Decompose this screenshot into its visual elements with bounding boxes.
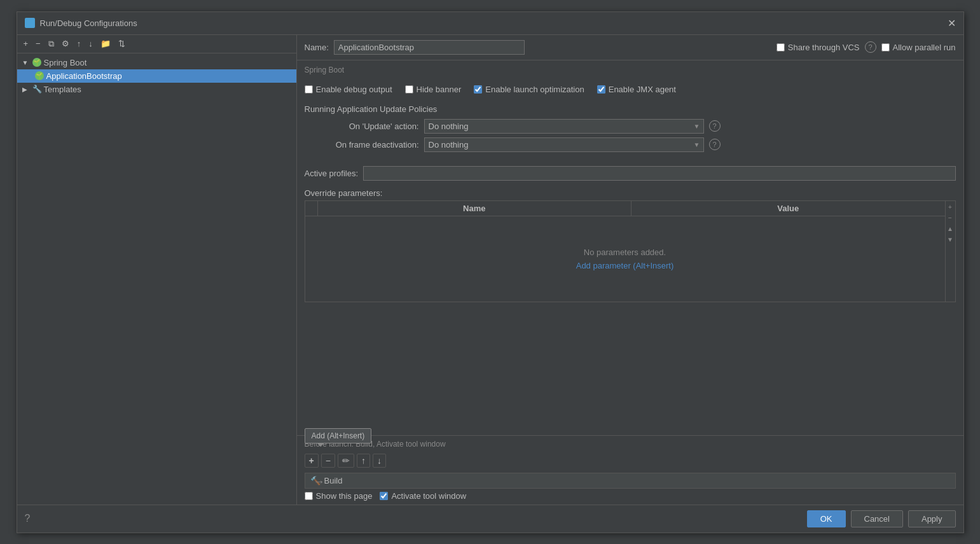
update-action-help-icon[interactable]: ? bbox=[709, 120, 721, 132]
arrow-indicator-icon: → bbox=[314, 475, 325, 489]
left-toolbar: + − ⧉ ⚙ ↑ ↓ 📁 ⇅ bbox=[17, 35, 296, 53]
apply-button[interactable]: Apply bbox=[908, 510, 956, 527]
allow-parallel-checkbox[interactable] bbox=[881, 43, 890, 52]
enable-jmx-label[interactable]: Enable JMX agent bbox=[597, 85, 676, 94]
frame-deactivation-select-wrapper: Do nothing Update classes and resources … bbox=[424, 137, 704, 152]
chevron-right-icon: ▶ bbox=[22, 86, 30, 93]
scroll-remove-btn[interactable]: − bbox=[947, 213, 953, 223]
before-launch-label: Before launch: Build, Activate tool wind… bbox=[305, 440, 956, 449]
build-item: 🔨 Build bbox=[305, 473, 956, 489]
update-action-label: On 'Update' action: bbox=[305, 122, 419, 131]
frame-deactivation-label: On frame deactivation: bbox=[305, 140, 419, 150]
title-bar: Run/Debug Configurations ✕ bbox=[17, 12, 963, 35]
left-panel: + − ⧉ ⚙ ↑ ↓ 📁 ⇅ ▼ 🌱 Spring Boot 🌱 Applic… bbox=[17, 35, 297, 505]
launch-add-button[interactable]: + bbox=[305, 454, 319, 468]
enable-debug-checkbox[interactable] bbox=[305, 85, 313, 94]
ok-button[interactable]: OK bbox=[807, 510, 846, 527]
params-scrollbar: + − ▲ ▼ bbox=[945, 201, 955, 302]
add-param-link[interactable]: Add parameter (Alt+Insert) bbox=[576, 261, 674, 270]
name-input[interactable] bbox=[334, 40, 525, 55]
dialog-icon bbox=[25, 18, 35, 28]
launch-up-button[interactable]: ↑ bbox=[357, 454, 370, 468]
hide-banner-label[interactable]: Hide banner bbox=[405, 85, 462, 94]
share-vcs-checkbox[interactable] bbox=[776, 43, 785, 52]
right-panel: Name: Share through VCS ? Allow parallel… bbox=[297, 35, 963, 505]
frame-deactivation-help-icon[interactable]: ? bbox=[709, 139, 721, 150]
name-label: Name: bbox=[305, 43, 329, 52]
app-bootstrap-item[interactable]: 🌱 ApplicationBootstrap bbox=[17, 69, 296, 83]
spring-boot-checkboxes: Enable debug output Hide banner Enable l… bbox=[305, 82, 956, 97]
right-main: Spring Boot Enable debug output Hide ban… bbox=[297, 60, 963, 435]
scroll-up-btn[interactable]: ▲ bbox=[946, 224, 955, 234]
activate-window-checkbox[interactable] bbox=[380, 492, 388, 500]
close-button[interactable]: ✕ bbox=[948, 17, 956, 29]
show-page-label[interactable]: Show this page bbox=[305, 491, 373, 501]
update-action-select[interactable]: Do nothing Update classes and resources … bbox=[424, 119, 704, 134]
launch-down-button[interactable]: ↓ bbox=[373, 454, 386, 468]
help-button[interactable]: ? bbox=[25, 513, 31, 524]
spring-boot-group[interactable]: ▼ 🌱 Spring Boot bbox=[17, 56, 296, 69]
build-label: Build bbox=[324, 476, 343, 485]
spring-boot-icon: 🌱 bbox=[32, 58, 41, 67]
enable-launch-checkbox[interactable] bbox=[474, 85, 482, 94]
templates-label: Templates bbox=[44, 85, 81, 94]
enable-launch-label[interactable]: Enable launch optimization bbox=[474, 85, 584, 94]
profiles-input[interactable] bbox=[363, 166, 955, 181]
override-title: Override parameters: bbox=[305, 188, 956, 198]
scroll-add-btn[interactable]: + bbox=[947, 202, 953, 212]
bottom-area: Before launch: Build, Activate tool wind… bbox=[297, 435, 963, 505]
no-params-text: No parameters added. bbox=[584, 248, 666, 257]
frame-deactivation-select[interactable]: Do nothing Update classes and resources … bbox=[424, 137, 704, 152]
run-debug-dialog: Run/Debug Configurations ✕ + − ⧉ ⚙ ↑ ↓ 📁… bbox=[17, 11, 964, 533]
params-header: Name Value bbox=[305, 201, 945, 216]
update-action-select-wrapper: Do nothing Update classes and resources … bbox=[424, 119, 704, 134]
spring-boot-label: Spring Boot bbox=[44, 58, 87, 67]
templates-group[interactable]: ▶ 🔧 Templates bbox=[17, 83, 296, 96]
remove-config-button[interactable]: − bbox=[33, 38, 43, 50]
params-value-col: Value bbox=[631, 201, 945, 216]
override-section: Override parameters: Name Value No param… bbox=[305, 188, 956, 430]
params-table-wrapper: Name Value No parameters added. Add para… bbox=[305, 200, 956, 302]
sort-config-button[interactable]: ⇅ bbox=[116, 38, 128, 50]
allow-parallel-label[interactable]: Allow parallel run bbox=[881, 43, 956, 52]
share-vcs-help-icon[interactable]: ? bbox=[865, 41, 876, 53]
chevron-down-icon: ▼ bbox=[22, 59, 30, 66]
move-up-config-button[interactable]: ↑ bbox=[74, 38, 84, 50]
profiles-row: Active profiles: bbox=[305, 164, 956, 183]
spring-boot-section-label: Spring Boot bbox=[305, 66, 956, 74]
params-body: No parameters added. Add parameter (Alt+… bbox=[305, 216, 945, 302]
footer-buttons: OK Cancel Apply bbox=[807, 510, 956, 527]
launch-toolbar: Add (Alt+Insert) → + − ✏ ↑ ↓ bbox=[305, 454, 956, 468]
launch-remove-button[interactable]: − bbox=[321, 454, 335, 468]
update-action-row: On 'Update' action: Do nothing Update cl… bbox=[305, 119, 956, 134]
move-down-config-button[interactable]: ↓ bbox=[86, 38, 95, 50]
params-inner: Name Value No parameters added. Add para… bbox=[305, 201, 945, 302]
hide-banner-checkbox[interactable] bbox=[405, 85, 413, 94]
enable-jmx-checkbox[interactable] bbox=[597, 85, 605, 94]
cancel-button[interactable]: Cancel bbox=[851, 510, 903, 527]
title-bar-left: Run/Debug Configurations bbox=[25, 18, 137, 28]
activate-window-label[interactable]: Activate tool window bbox=[380, 491, 466, 501]
params-name-col: Name bbox=[318, 201, 632, 216]
copy-config-button[interactable]: ⧉ bbox=[46, 38, 57, 50]
settings-config-button[interactable]: ⚙ bbox=[59, 38, 72, 50]
share-vcs-label[interactable]: Share through VCS bbox=[776, 43, 860, 52]
launch-bottom-row: Show this page Activate tool window bbox=[305, 491, 956, 501]
params-index-col bbox=[305, 201, 318, 216]
scroll-down-btn[interactable]: ▼ bbox=[946, 235, 955, 244]
add-config-button[interactable]: + bbox=[21, 38, 31, 50]
policies-section: Running Application Update Policies On '… bbox=[305, 102, 956, 158]
vcs-area: Share through VCS ? Allow parallel run bbox=[776, 41, 956, 53]
launch-edit-button[interactable]: ✏ bbox=[338, 454, 354, 468]
enable-debug-label[interactable]: Enable debug output bbox=[305, 85, 392, 94]
frame-deactivation-row: On frame deactivation: Do nothing Update… bbox=[305, 137, 956, 152]
templates-icon: 🔧 bbox=[32, 85, 41, 94]
folder-config-button[interactable]: 📁 bbox=[98, 38, 113, 50]
config-tree: ▼ 🌱 Spring Boot 🌱 ApplicationBootstrap ▶… bbox=[17, 53, 296, 505]
dialog-title: Run/Debug Configurations bbox=[40, 18, 137, 28]
main-content: + − ⧉ ⚙ ↑ ↓ 📁 ⇅ ▼ 🌱 Spring Boot 🌱 Applic… bbox=[17, 35, 963, 505]
profiles-label: Active profiles: bbox=[305, 169, 359, 178]
show-page-checkbox[interactable] bbox=[305, 492, 313, 500]
name-row: Name: Share through VCS ? Allow parallel… bbox=[297, 35, 963, 60]
tooltip-box: Add (Alt+Insert) bbox=[305, 428, 372, 443]
